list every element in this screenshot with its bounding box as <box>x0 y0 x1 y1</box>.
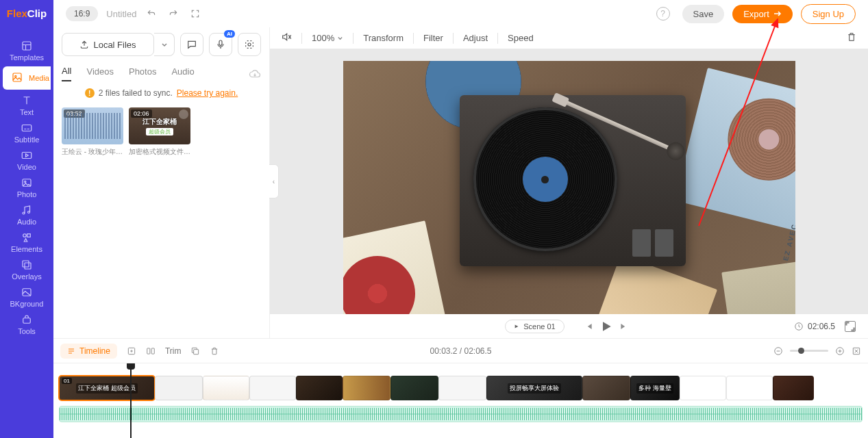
duration-display: 02:06.5 <box>794 321 856 332</box>
sidebar-item-photo[interactable]: Photo <box>0 174 53 201</box>
tool-speed[interactable]: Speed <box>508 33 534 43</box>
cloud-download-icon[interactable] <box>249 68 261 80</box>
svg-rect-0 <box>23 42 31 50</box>
timeline-clip[interactable] <box>203 376 249 400</box>
tool-filter[interactable]: Filter <box>423 33 443 43</box>
timeline-clip[interactable] <box>343 376 390 400</box>
local-files-dropdown[interactable] <box>154 33 175 56</box>
play-icon[interactable] <box>597 318 615 335</box>
delete-timeline-icon[interactable] <box>210 346 219 356</box>
record-icon[interactable] <box>238 33 261 56</box>
timeline-clip[interactable] <box>249 376 296 400</box>
tab-all[interactable]: All <box>62 66 71 81</box>
timeline-clip[interactable] <box>390 376 438 400</box>
warn-icon: ! <box>85 88 95 98</box>
timeline-clip[interactable] <box>438 376 486 400</box>
svg-rect-3 <box>22 125 32 131</box>
topbar: 16:9 Untitled ? Save Export Sign Up <box>53 0 868 27</box>
svg-rect-10 <box>27 234 31 237</box>
timeline-clip[interactable] <box>680 376 726 400</box>
timeline[interactable]: 江下全家桶 超级会员01投屏畅享大屏体验多种 海量壁 <box>53 363 868 438</box>
zoom-slider[interactable] <box>790 350 828 352</box>
media-item[interactable]: 03:52 王绘云 - 玫瑰少年(1).ogg <box>62 107 123 157</box>
prev-icon[interactable] <box>580 318 597 335</box>
timeline-clip[interactable]: 江下全家桶 超级会员01 <box>59 376 155 400</box>
zoom-select[interactable]: 100% <box>312 33 343 43</box>
svg-rect-14 <box>23 318 31 324</box>
delete-icon[interactable] <box>846 31 857 44</box>
aspect-pill[interactable]: 16:9 <box>66 6 98 21</box>
audio-track[interactable] <box>59 406 863 422</box>
redo-icon[interactable] <box>166 7 180 21</box>
sidebar-item-templates[interactable]: Templates <box>0 37 53 64</box>
svg-rect-19 <box>147 348 150 353</box>
sidebar-item-subtitle[interactable]: Subtitle <box>0 119 53 146</box>
svg-point-9 <box>23 234 27 237</box>
svg-rect-12 <box>25 263 31 269</box>
help-icon[interactable]: ? <box>656 7 670 21</box>
svg-point-6 <box>25 181 26 182</box>
sidebar-item-elements[interactable]: Elements <box>0 229 53 256</box>
split-icon[interactable] <box>146 346 156 356</box>
playhead[interactable] <box>130 363 132 438</box>
svg-rect-20 <box>151 348 154 353</box>
video-preview[interactable]: PARLEZ AVEC <box>343 61 795 314</box>
media-item[interactable]: 02:06江下全家桶超级会员 加密格式视频文件.mp4 <box>129 107 190 157</box>
collapse-handle[interactable]: ‹ <box>269 164 279 198</box>
timeline-clip[interactable] <box>582 376 630 400</box>
sidebar-item-media[interactable]: Media <box>0 64 53 92</box>
chat-icon[interactable] <box>180 33 203 56</box>
copy-icon[interactable] <box>190 346 200 356</box>
sidebar-item-tools[interactable]: Tools <box>0 311 53 338</box>
zoom-in-icon[interactable] <box>835 346 845 356</box>
fullscreen-preview-icon[interactable] <box>845 321 856 332</box>
ai-badge: AI <box>224 30 235 38</box>
tab-photos[interactable]: Photos <box>129 66 156 81</box>
fullscreen-icon[interactable] <box>188 7 202 21</box>
timeline-clip[interactable]: 投屏畅享大屏体验 <box>486 376 582 400</box>
tool-adjust[interactable]: Adjust <box>463 33 488 43</box>
add-icon[interactable] <box>127 346 136 356</box>
next-icon[interactable] <box>615 318 633 335</box>
tab-audio[interactable]: Audio <box>171 66 194 81</box>
svg-point-16 <box>248 43 251 46</box>
timeline-time: 00:03.2 / 02:06.5 <box>430 346 491 356</box>
svg-point-8 <box>28 211 30 214</box>
preview-toolbar: 100% Transform Filter Adjust Speed <box>270 27 868 49</box>
timeline-clip[interactable] <box>773 376 814 400</box>
retry-link[interactable]: Please try again. <box>177 88 238 98</box>
sidebar-item-bkground[interactable]: BKground <box>0 283 53 311</box>
sidebar-item-overlays[interactable]: Overlays <box>0 256 53 283</box>
svg-point-7 <box>23 212 25 214</box>
mute-icon[interactable] <box>281 31 292 44</box>
sidebar-item-audio[interactable]: Audio <box>0 201 53 229</box>
video-track[interactable]: 江下全家桶 超级会员01投屏畅享大屏体验多种 海量壁 <box>59 376 863 400</box>
timeline-toolbar: Timeline Trim 00:03.2 / 02:06.5 <box>53 338 868 363</box>
timeline-clip[interactable] <box>296 376 343 400</box>
undo-icon[interactable] <box>145 7 158 21</box>
tool-transform[interactable]: Transform <box>363 33 404 43</box>
local-files-button[interactable]: Local Files <box>62 33 154 56</box>
signup-button[interactable]: Sign Up <box>801 4 856 24</box>
svg-rect-1 <box>13 73 21 81</box>
svg-rect-11 <box>23 261 29 267</box>
timeline-clip[interactable] <box>155 376 203 400</box>
left-rail: FlexClip TemplatesMediaTextSubtitleVideo… <box>0 0 53 438</box>
timeline-mode[interactable]: Timeline <box>60 344 117 359</box>
sidebar-item-video[interactable]: Video <box>0 146 53 174</box>
save-button[interactable]: Save <box>682 5 725 23</box>
preview-area: 100% Transform Filter Adjust Speed ‹ <box>270 27 868 338</box>
svg-rect-21 <box>194 349 199 354</box>
logo[interactable]: FlexClip <box>3 4 50 22</box>
mic-icon[interactable]: AI <box>209 33 232 56</box>
timeline-clip[interactable]: 多种 海量壁 <box>630 376 680 400</box>
timeline-clip[interactable] <box>726 376 773 400</box>
trim-button[interactable]: Trim <box>165 346 182 356</box>
tab-videos[interactable]: Videos <box>86 66 114 81</box>
sidebar-item-text[interactable]: Text <box>0 92 53 119</box>
fit-icon[interactable] <box>852 346 861 356</box>
scene-chip[interactable]: Scene 01 <box>505 320 564 333</box>
project-title[interactable]: Untitled <box>106 9 136 19</box>
export-button[interactable]: Export <box>732 5 793 23</box>
zoom-out-icon[interactable] <box>773 346 783 356</box>
